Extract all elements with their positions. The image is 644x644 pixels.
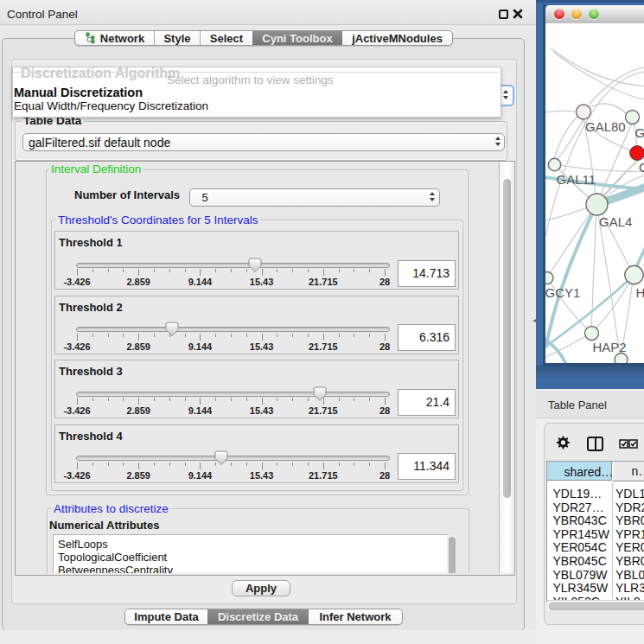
svg-text:GAL4: GAL4	[599, 214, 632, 229]
svg-text:H: H	[636, 285, 644, 300]
svg-text:GA: GA	[635, 125, 644, 140]
svg-text:C: C	[639, 160, 644, 175]
svg-text:HAP2: HAP2	[593, 340, 627, 354]
svg-text:GAL11: GAL11	[557, 172, 596, 187]
svg-text:GCY1: GCY1	[545, 285, 580, 300]
svg-text:GAL80: GAL80	[585, 119, 626, 134]
